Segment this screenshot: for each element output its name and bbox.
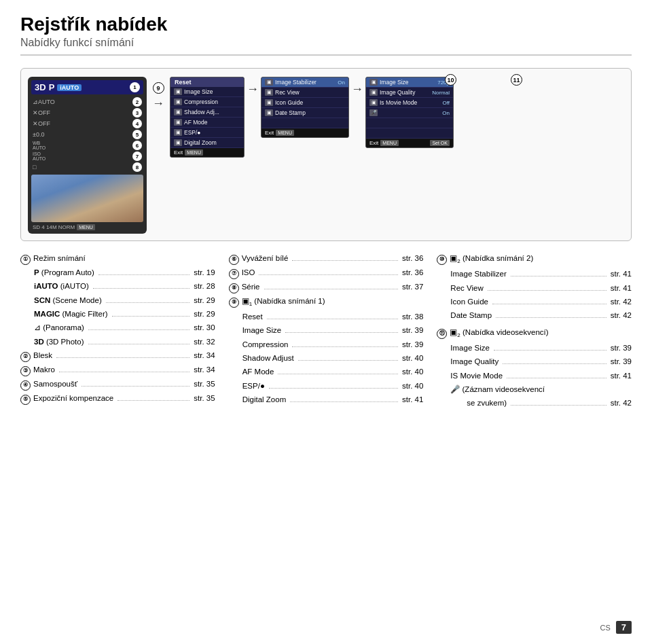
content-item-iauto: iAUTO (iAUTO) str. 28 bbox=[34, 280, 215, 292]
menu3-footer: Exit MENU Set OK bbox=[366, 139, 453, 147]
dots-iconguide bbox=[492, 304, 606, 304]
camera-photo-preview bbox=[31, 175, 143, 222]
menu3-item-audio: 🎤 On bbox=[366, 108, 453, 118]
page-datestamp: str. 42 bbox=[611, 309, 632, 321]
page-vyvazeni: str. 36 bbox=[402, 252, 423, 264]
content-item-nabidka2: ⑩ ▣2 (Nabídka snímání 2) bbox=[437, 252, 632, 266]
cam-setting-row-5: ±0.0 5 bbox=[31, 129, 143, 140]
content-item-serie: ⑧ Série str. 37 bbox=[229, 281, 424, 293]
arrow-right-icon: → bbox=[152, 96, 164, 111]
arrow-right-icon-2: → bbox=[247, 82, 259, 96]
callout-8: 8 bbox=[132, 162, 142, 172]
menu1-label-digitalzoom: Digital Zoom bbox=[184, 139, 217, 146]
content-section: ① Režim snímání P (Program Auto) str. 19… bbox=[20, 252, 632, 410]
recview-label: Rec View bbox=[450, 282, 483, 294]
zaznam-se-zvukem-label: se zvukem) bbox=[467, 397, 507, 409]
dots-serie bbox=[264, 289, 398, 289]
menu3-icon-imagesize: ▣ bbox=[369, 79, 378, 86]
dots-blesk bbox=[56, 357, 189, 358]
content-item-imagesize-9: Image Size str. 39 bbox=[242, 324, 424, 336]
page-imagesize-9: str. 39 bbox=[402, 324, 423, 336]
page-magic: str. 29 bbox=[194, 308, 215, 320]
mode-iauto-label: iAUTO bbox=[57, 84, 82, 91]
menu1-icon-afmode: ▣ bbox=[174, 119, 182, 126]
menu2-footer: Exit MENU bbox=[261, 128, 348, 137]
menu1-label-compression: Compression bbox=[184, 99, 218, 105]
page-esp: str. 40 bbox=[402, 380, 423, 392]
content-item-blesk: ② Blesk str. 34 bbox=[20, 349, 215, 362]
menu2-label-datestamp: Date Stamp bbox=[275, 109, 306, 116]
page-afmode: str. 40 bbox=[402, 365, 423, 378]
datestamp-label: Date Stamp bbox=[450, 309, 492, 321]
mode-3d-label: 3D bbox=[35, 82, 46, 92]
compression-label: Compression bbox=[242, 338, 289, 351]
content-item-digitalzoom: Digital Zoom str. 41 bbox=[242, 393, 424, 406]
content-item-reset: Reset str. 38 bbox=[242, 310, 424, 323]
menu3-item-extra2 bbox=[366, 128, 453, 139]
content-item-ismoviemode-11: IS Movie Mode str. 41 bbox=[450, 370, 632, 382]
content-item-magic: MAGIC (Magic Filter) str. 29 bbox=[34, 308, 215, 320]
off-icon-4: ✕OFF bbox=[33, 120, 48, 127]
cam-setting-row-2: ⊿AUTO 2 bbox=[31, 96, 143, 107]
page-recview: str. 41 bbox=[611, 282, 632, 294]
page-number: 7 bbox=[616, 621, 632, 634]
scn-label: SCN (Scene Mode) bbox=[34, 294, 102, 306]
content-item-recview: Rec View str. 41 bbox=[450, 282, 632, 294]
content-item-samospousti: ④ Samospoušť str. 35 bbox=[20, 378, 215, 391]
content-item-esp: ESP/● str. 40 bbox=[242, 380, 424, 392]
menu-panel-3: ▣ Image Size 720p ▣ Image Quality Normal… bbox=[365, 77, 454, 148]
menu1-label-imagesize: Image Size bbox=[184, 88, 213, 95]
content-item-shadowadjust: Shadow Adjust str. 40 bbox=[242, 352, 424, 364]
callout-10-area: → bbox=[247, 77, 259, 96]
page-ismoviemode-11: str. 41 bbox=[611, 370, 632, 382]
content-item-vyvazeni: ⑥ Vyvážení bílé str. 36 bbox=[229, 252, 424, 265]
menu2-item-datestamp: ▣ Date Stamp bbox=[261, 108, 348, 118]
content-item-zaznam: 🎤 (Záznam videosekvencí bbox=[450, 383, 632, 395]
menu3-val-imagequality: Normal bbox=[432, 90, 450, 96]
language-label: CS bbox=[600, 624, 610, 632]
menu2-icon-iconguide: ▣ bbox=[265, 99, 273, 106]
menu2-icon-datestamp: ▣ bbox=[265, 109, 273, 116]
menu1-exit-label: Exit bbox=[174, 149, 183, 156]
menu3-label-ismoviemode: Is Movie Mode bbox=[380, 99, 417, 106]
menu3-label-imagequality: Image Quality bbox=[380, 89, 415, 96]
callout-1: 1 bbox=[130, 82, 140, 92]
page-samospousti: str. 35 bbox=[194, 378, 215, 390]
dots-zaznam bbox=[511, 405, 606, 406]
menu3-item-ismoviemode: ▣ Is Movie Mode Off bbox=[366, 98, 453, 108]
dots-reset bbox=[267, 319, 398, 319]
ref-11: ⑪ bbox=[437, 329, 447, 339]
afmode-label: AF Mode bbox=[242, 365, 274, 378]
dots-scn bbox=[106, 302, 190, 303]
menu3-exit-label: Exit bbox=[369, 140, 378, 146]
menu1-item-compression: ▣ Compression bbox=[170, 97, 244, 107]
iconguide-label: Icon Guide bbox=[450, 296, 488, 308]
ref-3: ③ bbox=[20, 366, 31, 376]
ref-2: ② bbox=[20, 352, 31, 362]
cam-setting-row-7: ISO AUTO 7 bbox=[31, 151, 143, 162]
content-item-datestamp: Date Stamp str. 42 bbox=[450, 309, 632, 321]
menu1-icon-compression: ▣ bbox=[174, 99, 182, 105]
ref-7: ⑦ bbox=[229, 269, 239, 279]
callout-9-area: 9 → bbox=[152, 77, 164, 111]
menu3-set-tag: Set OK bbox=[430, 140, 450, 146]
page-subtitle: Nabídky funkcí snímání bbox=[20, 37, 632, 56]
ref-6: ⑥ bbox=[229, 255, 239, 265]
menu3-icon-audio: 🎤 bbox=[369, 109, 378, 116]
square-icon: □ bbox=[33, 164, 48, 171]
page-imagestab: str. 41 bbox=[611, 268, 632, 280]
content-item-expozice: ⑤ Expoziční kompenzace str. 35 bbox=[20, 392, 215, 405]
menu1-label-shadowadj: Shadow Adj... bbox=[184, 109, 219, 115]
callout-3: 3 bbox=[132, 108, 142, 118]
menu2-label-iconguide: Icon Guide bbox=[275, 99, 303, 106]
dots-datestamp bbox=[496, 317, 606, 318]
menu1-icon-digitalzoom: ▣ bbox=[174, 139, 182, 146]
menu3-icon-ismoviemode: ▣ bbox=[369, 99, 378, 106]
mode-p-label: P bbox=[49, 82, 55, 92]
callout-4: 4 bbox=[132, 119, 142, 128]
content-item-nabidkavideo: ⑪ ▣2 (Nabídka videosekvencí) bbox=[437, 326, 632, 340]
dots-recview bbox=[488, 290, 606, 291]
cam-setting-row-8: □ 8 bbox=[31, 162, 143, 173]
auto-icon: ⊿AUTO bbox=[33, 99, 48, 105]
camera-settings-list: ⊿AUTO 2 ✕OFF 3 ✕OFF 4 ± bbox=[31, 96, 143, 173]
